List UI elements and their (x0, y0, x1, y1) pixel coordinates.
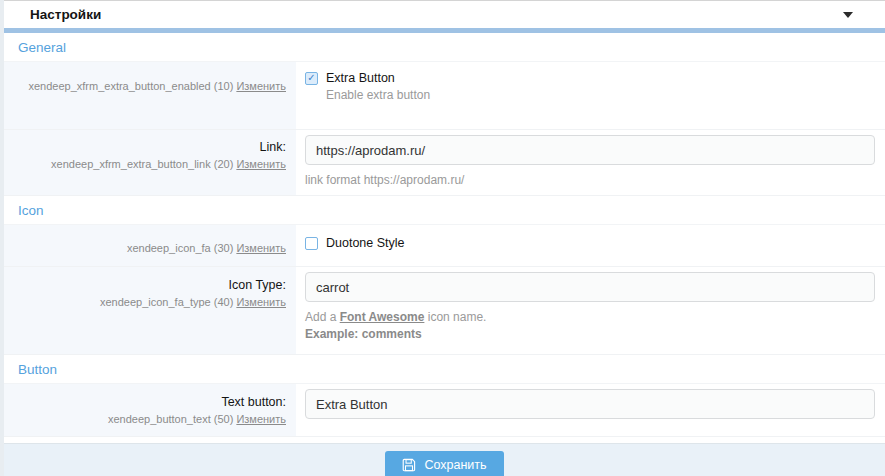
chevron-down-icon[interactable] (843, 12, 853, 18)
panel-title: Настройки (30, 7, 101, 22)
section-title-general: General (4, 33, 885, 62)
setting-label-cell: xendeep_icon_fa (30) Изменить (4, 225, 296, 266)
edit-link[interactable]: Изменить (236, 242, 286, 254)
icon-type-example: Example: comments (305, 327, 875, 342)
setting-row-extra-button-enabled: xendeep_xfrm_extra_button_enabled (10) И… (4, 62, 885, 130)
link-format-hint: link format https://aprodam.ru/ (305, 173, 875, 188)
setting-meta: xendeep_icon_fa (30) Изменить (4, 242, 286, 255)
duotone-checkbox-label: Duotone Style (326, 236, 405, 250)
setting-control-cell: link format https://aprodam.ru/ (296, 130, 885, 195)
setting-control-cell (296, 384, 885, 436)
button-text-input[interactable] (305, 389, 875, 419)
icon-type-input[interactable] (305, 272, 875, 302)
icon-type-label: Icon Type: (4, 278, 286, 293)
edit-link[interactable]: Изменить (236, 413, 286, 425)
setting-row-icon-fa-type: Icon Type: xendeep_icon_fa_type (40) Изм… (4, 267, 885, 355)
settings-panel: Настройки General xendeep_xfrm_extra_but… (4, 0, 885, 476)
setting-control-cell: Extra Button Enable extra button (296, 62, 885, 129)
setting-label-cell: Link: xendeep_xfrm_extra_button_link (20… (4, 130, 296, 195)
setting-meta-text: xendeep_button_text (50) (108, 413, 233, 425)
setting-meta-text: xendeep_icon_fa (30) (127, 242, 233, 254)
setting-meta: xendeep_xfrm_extra_button_enabled (10) И… (4, 80, 286, 93)
setting-control-cell: Duotone Style (296, 225, 885, 266)
extra-button-checkbox-label: Extra Button (326, 71, 395, 85)
section-title-button: Button (4, 355, 885, 384)
setting-meta: xendeep_icon_fa_type (40) Изменить (4, 296, 286, 309)
setting-meta: xendeep_xfrm_extra_button_link (20) Изме… (4, 158, 286, 171)
setting-row-icon-fa: xendeep_icon_fa (30) Изменить Duotone St… (4, 225, 885, 267)
link-input[interactable] (305, 135, 875, 165)
setting-meta-text: xendeep_xfrm_extra_button_enabled (10) (28, 80, 233, 92)
panel-header: Настройки (4, 1, 885, 28)
duotone-checkbox[interactable] (305, 237, 318, 250)
font-awesome-link[interactable]: Font Awesome (340, 310, 425, 324)
setting-meta-text: xendeep_xfrm_extra_button_link (20) (51, 158, 233, 170)
icon-type-hint: Add a Font Awesome icon name. (305, 310, 875, 325)
panel-footer: Сохранить (4, 443, 885, 476)
setting-label-cell: xendeep_xfrm_extra_button_enabled (10) И… (4, 62, 296, 129)
extra-button-hint: Enable extra button (326, 88, 875, 103)
duotone-checkbox-row[interactable]: Duotone Style (305, 236, 875, 250)
save-button[interactable]: Сохранить (385, 451, 503, 476)
link-label: Link: (4, 140, 286, 155)
setting-control-cell: Add a Font Awesome icon name. Example: c… (296, 267, 885, 354)
save-button-label: Сохранить (424, 458, 486, 472)
edit-link[interactable]: Изменить (236, 158, 286, 170)
text-button-label: Text button: (4, 395, 286, 410)
setting-row-extra-button-link: Link: xendeep_xfrm_extra_button_link (20… (4, 130, 885, 196)
setting-row-button-text: Text button: xendeep_button_text (50) Из… (4, 384, 885, 437)
setting-meta: xendeep_button_text (50) Изменить (4, 413, 286, 426)
extra-button-checkbox-row[interactable]: Extra Button (305, 71, 875, 85)
hint-prefix: Add a (305, 310, 340, 324)
edit-link[interactable]: Изменить (236, 296, 286, 308)
setting-label-cell: Text button: xendeep_button_text (50) Из… (4, 384, 296, 436)
hint-suffix: icon name. (424, 310, 486, 324)
edit-link[interactable]: Изменить (236, 80, 286, 92)
section-title-icon: Icon (4, 196, 885, 225)
extra-button-checkbox[interactable] (305, 72, 318, 85)
save-icon (402, 458, 416, 472)
setting-meta-text: xendeep_icon_fa_type (40) (100, 296, 233, 308)
setting-label-cell: Icon Type: xendeep_icon_fa_type (40) Изм… (4, 267, 296, 354)
